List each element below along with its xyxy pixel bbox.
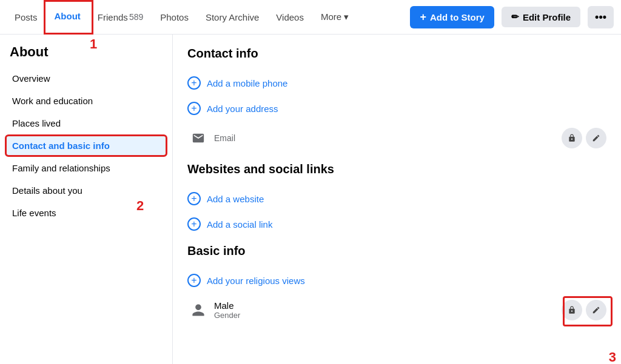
nav-more-label: More ▾ xyxy=(321,12,349,22)
edit-profile-label: Edit Profile xyxy=(523,12,571,22)
more-dots-button[interactable]: ••• xyxy=(588,6,614,28)
nav-more[interactable]: More ▾ xyxy=(314,0,356,35)
websites-title: Websites and social links xyxy=(187,162,606,176)
sidebar-item-life-events[interactable]: Life events xyxy=(5,202,167,224)
gender-sub-label: Gender xyxy=(214,311,558,320)
nav-posts-label: Posts xyxy=(15,12,38,22)
add-phone-icon: + xyxy=(187,76,201,90)
top-nav: Posts About Friends 589 Photos Story Arc… xyxy=(0,0,621,35)
nav-story-archive-label: Story Archive xyxy=(206,12,259,22)
pencil-icon: ✏ xyxy=(511,12,519,22)
nav-videos-label: Videos xyxy=(276,12,304,22)
plus-icon: + xyxy=(420,11,426,24)
add-religious-icon: + xyxy=(187,274,201,287)
add-social-link-label: Add a social link xyxy=(207,219,272,230)
nav-videos[interactable]: Videos xyxy=(269,0,311,35)
sidebar-contact-label: Contact and basic info xyxy=(12,141,110,151)
email-row: Email xyxy=(187,121,606,155)
contact-info-title: Contact info xyxy=(187,47,606,61)
email-lock-button[interactable] xyxy=(562,128,582,148)
nav-about-label: About xyxy=(55,11,81,21)
add-website-row[interactable]: + Add a website xyxy=(187,186,606,211)
add-phone-label: Add a mobile phone xyxy=(207,78,287,88)
nav-photos-label: Photos xyxy=(160,12,189,22)
email-edit-button[interactable] xyxy=(586,128,606,148)
nav-about[interactable]: About xyxy=(47,0,88,35)
sidebar-life-events-label: Life events xyxy=(12,208,56,218)
nav-friends-label: Friends xyxy=(98,12,128,22)
contact-info-section: Contact info + Add a mobile phone + Add … xyxy=(187,47,606,155)
sidebar-family-label: Family and relationships xyxy=(12,163,110,173)
gender-info: Male Gender xyxy=(214,300,558,320)
sidebar-details-label: Details about you xyxy=(12,185,82,196)
content-area: Contact info + Add a mobile phone + Add … xyxy=(173,35,621,364)
add-to-story-button[interactable]: + Add to Story xyxy=(410,6,494,28)
email-icon xyxy=(187,127,209,149)
sidebar-item-contact-basic-info[interactable]: Contact and basic info xyxy=(5,134,167,157)
add-address-icon: + xyxy=(187,102,201,115)
gender-edit-button[interactable] xyxy=(586,300,606,320)
sidebar-item-work-education[interactable]: Work and education xyxy=(5,90,167,112)
gender-row: Male Gender xyxy=(187,293,606,327)
nav-story-archive[interactable]: Story Archive xyxy=(198,0,266,35)
sidebar-item-details-about-you[interactable]: Details about you xyxy=(5,179,167,202)
gender-value: Male xyxy=(214,300,558,311)
add-social-link-icon: + xyxy=(187,217,201,231)
sidebar: About Overview Work and education Places… xyxy=(0,35,173,364)
sidebar-item-family-relationships[interactable]: Family and relationships xyxy=(5,157,167,179)
add-website-icon: + xyxy=(187,192,201,205)
websites-section: Websites and social links + Add a websit… xyxy=(187,162,606,237)
main-content: About Overview Work and education Places… xyxy=(0,35,621,364)
add-religious-views-row[interactable]: + Add your religious views xyxy=(187,268,606,293)
email-label: Email xyxy=(214,133,558,143)
sidebar-item-overview[interactable]: Overview xyxy=(5,67,167,90)
sidebar-title: About xyxy=(5,44,167,67)
add-address-row[interactable]: + Add your address xyxy=(187,96,606,121)
nav-posts[interactable]: Posts xyxy=(7,0,45,35)
annotation-3-wrap xyxy=(558,300,606,320)
friends-count: 589 xyxy=(129,12,143,22)
sidebar-overview-label: Overview xyxy=(12,73,50,84)
sidebar-places-label: Places lived xyxy=(12,118,61,128)
add-mobile-phone-row[interactable]: + Add a mobile phone xyxy=(187,70,606,96)
basic-info-title: Basic info xyxy=(187,244,606,258)
nav-photos[interactable]: Photos xyxy=(153,0,196,35)
add-website-label: Add a website xyxy=(207,194,264,204)
sidebar-work-label: Work and education xyxy=(12,96,93,106)
add-social-link-row[interactable]: + Add a social link xyxy=(187,211,606,237)
more-dots-label: ••• xyxy=(595,11,606,23)
sidebar-item-places-lived[interactable]: Places lived xyxy=(5,112,167,134)
nav-friends[interactable]: Friends 589 xyxy=(90,0,150,35)
gender-privacy-button[interactable] xyxy=(562,300,582,320)
add-story-label: Add to Story xyxy=(430,12,485,22)
add-religious-label: Add your religious views xyxy=(207,276,305,286)
basic-info-section: Basic info + Add your religious views Ma… xyxy=(187,244,606,327)
sidebar-contact-wrap: Contact and basic info xyxy=(5,134,167,157)
person-icon xyxy=(187,299,209,321)
edit-profile-button[interactable]: ✏ Edit Profile xyxy=(502,7,580,27)
add-address-label: Add your address xyxy=(207,104,278,114)
